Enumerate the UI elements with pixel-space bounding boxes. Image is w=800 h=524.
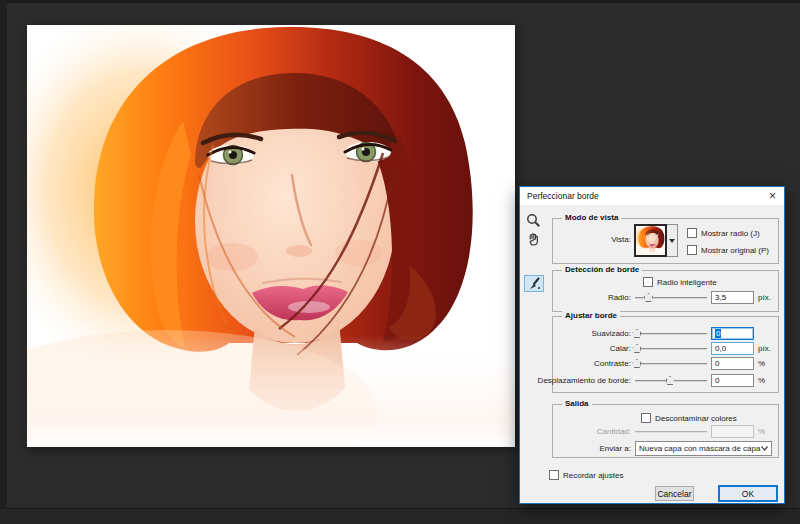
view-thumbnail-image	[634, 224, 667, 257]
amount-slider	[635, 427, 707, 437]
magnifier-icon	[526, 213, 541, 228]
contrast-slider[interactable]	[635, 359, 707, 369]
window-edge-top	[0, 0, 800, 3]
smooth-slider-track[interactable]	[635, 333, 707, 335]
feather-field[interactable]: 0,0	[711, 342, 754, 355]
smooth-field-selected-text: 0	[715, 329, 721, 338]
show-radius-checkbox[interactable]	[687, 228, 697, 238]
refine-edge-dialog: Perfeccionar borde × Modo de vista Vis	[519, 186, 785, 504]
shift-edge-slider[interactable]	[635, 376, 707, 386]
show-original-label[interactable]: Mostrar original (P)	[701, 246, 769, 255]
shift-edge-field[interactable]: 0	[711, 374, 754, 387]
chevron-down-icon	[761, 446, 768, 451]
decontaminate-label[interactable]: Descontaminar colores	[655, 414, 737, 423]
contrast-unit: %	[758, 359, 765, 368]
feather-slider-track[interactable]	[635, 348, 707, 350]
dialog-titlebar[interactable]: Perfeccionar borde ×	[520, 187, 784, 205]
view-thumbnail-button[interactable]	[634, 224, 678, 257]
contrast-label: Contraste:	[594, 359, 631, 368]
refine-radius-tool-button[interactable]	[524, 275, 544, 292]
group-output-label: Salida	[562, 399, 592, 408]
document-canvas[interactable]	[27, 25, 515, 447]
show-original-checkbox[interactable]	[687, 245, 697, 255]
group-edge-detection-label: Detección de borde	[562, 265, 642, 274]
hand-icon	[526, 231, 541, 246]
photoshop-workspace: Perfeccionar borde × Modo de vista Vis	[0, 0, 800, 524]
remember-settings-label[interactable]: Recordar ajustes	[563, 471, 623, 480]
group-view-mode-label: Modo de vista	[562, 213, 621, 222]
window-edge-left	[0, 0, 7, 524]
radius-field[interactable]: 3,5	[711, 291, 754, 304]
smart-radius-label[interactable]: Radio inteligente	[657, 278, 717, 287]
hand-tool-button[interactable]	[526, 231, 542, 247]
radius-label: Radio:	[608, 293, 631, 302]
vista-label: Vista:	[611, 235, 631, 244]
radius-slider-thumb[interactable]	[644, 293, 653, 302]
smooth-field[interactable]: 0	[711, 327, 754, 340]
output-to-label: Enviar a:	[599, 444, 631, 453]
show-radius-label[interactable]: Mostrar radio (J)	[701, 229, 760, 238]
radius-slider[interactable]	[635, 293, 707, 303]
amount-field	[711, 425, 754, 438]
group-adjust-edge-label: Ajustar borde	[562, 311, 620, 320]
smart-radius-checkbox[interactable]	[643, 277, 653, 287]
contrast-slider-track[interactable]	[635, 363, 707, 365]
contrast-field[interactable]: 0	[711, 357, 754, 370]
feather-slider[interactable]	[635, 344, 707, 354]
dialog-title: Perfeccionar borde	[527, 191, 599, 201]
remember-settings-checkbox[interactable]	[549, 470, 559, 480]
decontaminate-checkbox[interactable]	[641, 413, 651, 423]
shift-edge-unit: %	[758, 376, 765, 385]
close-icon[interactable]: ×	[769, 189, 776, 203]
ok-button[interactable]: OK	[718, 485, 778, 502]
amount-slider-track	[635, 431, 707, 433]
smooth-slider[interactable]	[635, 329, 707, 339]
feather-label: Calar:	[610, 344, 631, 353]
shift-edge-label: Desplazamiento de borde:	[538, 376, 631, 385]
zoom-tool-button[interactable]	[526, 213, 542, 229]
portrait-image	[27, 25, 515, 447]
output-to-value: Nueva capa con máscara de capa	[639, 444, 760, 453]
radius-unit: píx.	[758, 293, 771, 302]
brush-icon	[528, 277, 541, 290]
output-to-dropdown[interactable]: Nueva capa con máscara de capa	[635, 441, 772, 456]
amount-label: Cantidad:	[597, 427, 631, 436]
shift-edge-slider-thumb[interactable]	[666, 376, 675, 385]
amount-unit: %	[758, 427, 765, 436]
status-bar	[0, 508, 800, 524]
cancel-button[interactable]: Cancelar	[655, 486, 694, 501]
feather-unit: píx.	[758, 344, 771, 353]
caret-down-icon	[669, 239, 675, 243]
view-dropdown-button[interactable]	[667, 224, 678, 257]
smooth-label: Suavizado:	[591, 329, 631, 338]
